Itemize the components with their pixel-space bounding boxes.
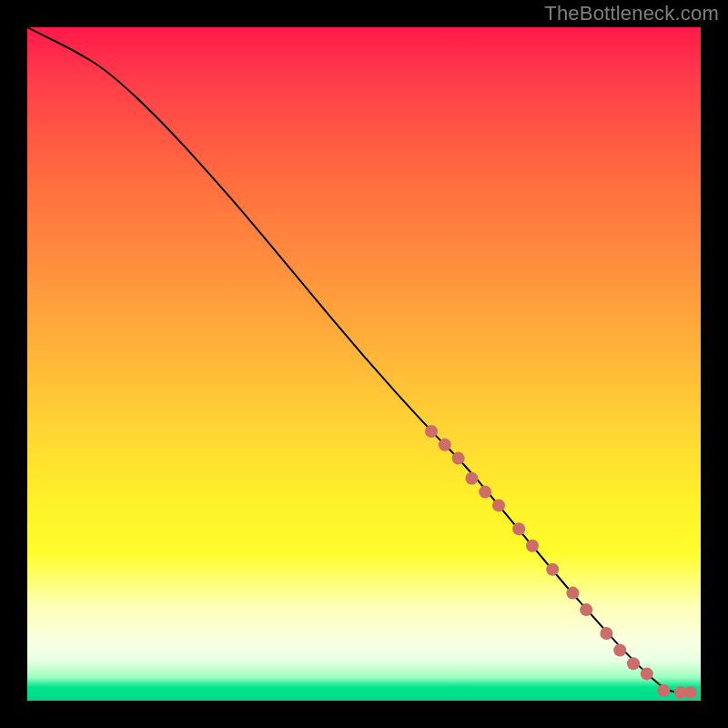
data-point — [452, 452, 465, 465]
data-point — [627, 657, 640, 670]
data-point — [512, 522, 525, 535]
data-point — [526, 540, 539, 552]
data-point — [641, 667, 653, 680]
data-point — [492, 499, 505, 511]
bottleneck-curve — [27, 27, 694, 693]
data-point — [479, 486, 491, 499]
data-point — [600, 627, 612, 640]
data-point — [465, 472, 478, 485]
data-point — [613, 644, 626, 657]
plot-area — [27, 27, 701, 701]
watermark-label: TheBottleneck.com — [544, 2, 719, 25]
chart-overlay — [27, 27, 701, 701]
data-point — [580, 603, 592, 616]
data-point — [546, 563, 559, 576]
data-point — [425, 425, 438, 438]
data-point — [439, 439, 451, 451]
chart-stage: TheBottleneck.com — [0, 0, 728, 728]
data-point — [566, 587, 579, 600]
data-point — [657, 684, 670, 697]
data-point — [684, 686, 697, 699]
